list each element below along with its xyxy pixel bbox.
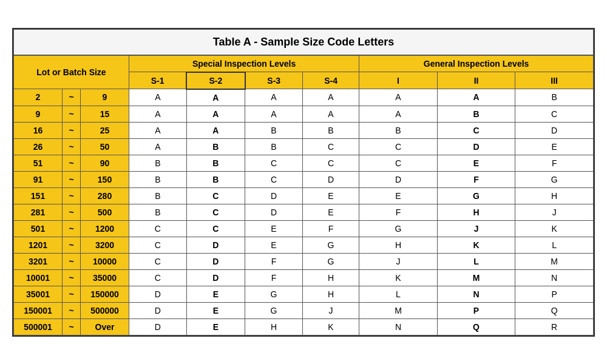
col-s2-header: S-2 bbox=[186, 72, 245, 89]
col-III: Q bbox=[515, 302, 594, 318]
col-s3: D bbox=[245, 204, 303, 220]
lot-tilde: ~ bbox=[63, 302, 81, 318]
header-row-1: Lot or Batch Size Special Inspection Lev… bbox=[14, 55, 594, 72]
col-III: L bbox=[515, 237, 594, 253]
lot-high: 150 bbox=[81, 171, 129, 187]
table-row: 501~1200CCEFGJK bbox=[14, 220, 594, 237]
col-s3: E bbox=[245, 237, 303, 253]
col-s1: C bbox=[129, 220, 187, 237]
lot-tilde: ~ bbox=[63, 318, 81, 335]
general-inspection-header: General Inspection Levels bbox=[359, 55, 594, 72]
lot-high: 500000 bbox=[81, 302, 129, 318]
col-s1-header: S-1 bbox=[129, 72, 187, 89]
col-s2: D bbox=[186, 237, 245, 253]
col-II: L bbox=[437, 253, 515, 269]
col-s1: B bbox=[129, 187, 187, 204]
lot-low: 26 bbox=[14, 138, 63, 155]
col-s2: E bbox=[186, 318, 245, 335]
lot-low: 3201 bbox=[14, 253, 63, 269]
table-row: 35001~150000DEGHLNP bbox=[14, 286, 594, 302]
col-s3: G bbox=[245, 302, 303, 318]
col-s3: A bbox=[245, 106, 303, 122]
table-row: 10001~35000CDFHKMN bbox=[14, 269, 594, 286]
table-row: 3201~10000CDFGJLM bbox=[14, 253, 594, 269]
col-s4: J bbox=[302, 302, 359, 318]
col-I: E bbox=[359, 187, 438, 204]
col-III: C bbox=[515, 106, 594, 122]
col-s4: G bbox=[302, 237, 359, 253]
col-s1: A bbox=[129, 138, 187, 155]
lot-tilde: ~ bbox=[63, 138, 81, 155]
col-s1: A bbox=[129, 122, 187, 138]
table-row: 9~15AAAAABC bbox=[14, 106, 594, 122]
col-s3: H bbox=[245, 318, 303, 335]
col-s4: G bbox=[302, 253, 359, 269]
col-s2: D bbox=[186, 269, 245, 286]
col-s2: B bbox=[186, 171, 245, 187]
col-s3: C bbox=[245, 155, 303, 171]
col-III: D bbox=[515, 122, 594, 138]
col-s1: D bbox=[129, 302, 187, 318]
lot-low: 281 bbox=[14, 204, 63, 220]
col-II: N bbox=[437, 286, 515, 302]
col-s4: A bbox=[302, 89, 359, 106]
lot-tilde: ~ bbox=[63, 187, 81, 204]
col-s3: D bbox=[245, 187, 303, 204]
lot-tilde: ~ bbox=[63, 89, 81, 106]
col-I: J bbox=[359, 253, 438, 269]
col-s3: G bbox=[245, 286, 303, 302]
col-s2: A bbox=[186, 122, 245, 138]
col-I: H bbox=[359, 237, 438, 253]
col-II: A bbox=[437, 89, 515, 106]
col-s4: C bbox=[302, 138, 359, 155]
title-row: Table A - Sample Size Code Letters bbox=[14, 29, 594, 55]
col-s3-header: S-3 bbox=[245, 72, 303, 89]
col-III: G bbox=[515, 171, 594, 187]
col-I-header: I bbox=[359, 72, 438, 89]
table-row: 150001~500000DEGJMPQ bbox=[14, 302, 594, 318]
lot-high: 25 bbox=[81, 122, 129, 138]
lot-tilde: ~ bbox=[63, 237, 81, 253]
lot-tilde: ~ bbox=[63, 204, 81, 220]
col-s4: H bbox=[302, 269, 359, 286]
col-I: G bbox=[359, 220, 438, 237]
lot-low: 9 bbox=[14, 106, 63, 122]
lot-tilde: ~ bbox=[63, 106, 81, 122]
col-s1: D bbox=[129, 286, 187, 302]
col-III: J bbox=[515, 204, 594, 220]
col-s1: A bbox=[129, 106, 187, 122]
col-s2: C bbox=[186, 220, 245, 237]
col-II: J bbox=[437, 220, 515, 237]
lot-batch-header: Lot or Batch Size bbox=[14, 55, 129, 89]
col-I: L bbox=[359, 286, 438, 302]
lot-high: Over bbox=[81, 318, 129, 335]
col-s2: C bbox=[186, 204, 245, 220]
lot-tilde: ~ bbox=[63, 171, 81, 187]
lot-low: 150001 bbox=[14, 302, 63, 318]
col-s1: A bbox=[129, 89, 187, 106]
col-s2: E bbox=[186, 302, 245, 318]
lot-high: 280 bbox=[81, 187, 129, 204]
col-II: C bbox=[437, 122, 515, 138]
col-III: P bbox=[515, 286, 594, 302]
lot-tilde: ~ bbox=[63, 269, 81, 286]
col-II: K bbox=[437, 237, 515, 253]
col-I: F bbox=[359, 204, 438, 220]
col-s4: E bbox=[302, 187, 359, 204]
lot-low: 51 bbox=[14, 155, 63, 171]
col-s1: B bbox=[129, 171, 187, 187]
col-III: B bbox=[515, 89, 594, 106]
sample-size-table: Table A - Sample Size Code Letters Lot o… bbox=[13, 29, 594, 335]
table-row: 2~9AAAAAAB bbox=[14, 89, 594, 106]
lot-low: 500001 bbox=[14, 318, 63, 335]
col-I: A bbox=[359, 89, 438, 106]
col-II: Q bbox=[437, 318, 515, 335]
lot-high: 9 bbox=[81, 89, 129, 106]
lot-tilde: ~ bbox=[63, 220, 81, 237]
col-I: C bbox=[359, 155, 438, 171]
col-s3: E bbox=[245, 220, 303, 237]
special-inspection-header: Special Inspection Levels bbox=[129, 55, 359, 72]
col-II: F bbox=[437, 171, 515, 187]
col-s4: A bbox=[302, 106, 359, 122]
col-I: K bbox=[359, 269, 438, 286]
